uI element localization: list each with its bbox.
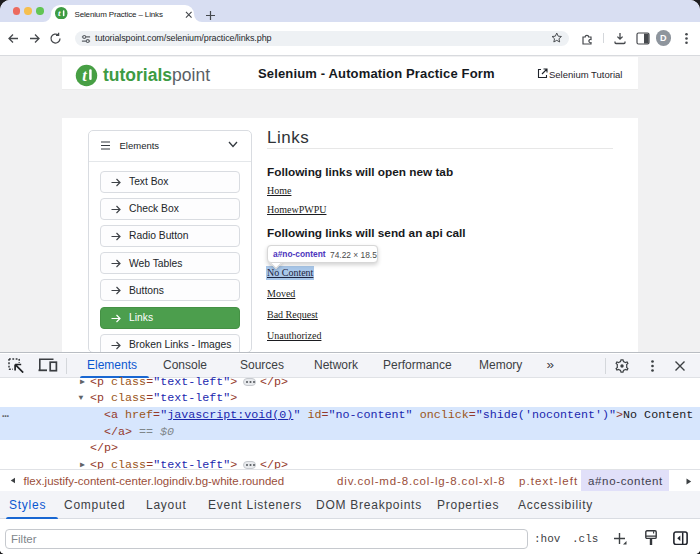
svg-text:t: t (58, 8, 61, 18)
svg-text:t: t (82, 65, 87, 84)
